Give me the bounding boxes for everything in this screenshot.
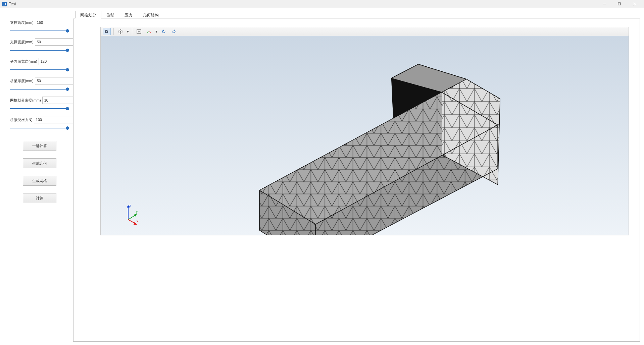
camera-icon[interactable]	[103, 28, 111, 35]
rotate-cw-icon[interactable]	[170, 28, 178, 35]
parameter-panel: 支撑高度(mm) 支撑宽度(mm) 受力面宽度(mm) 桥梁厚度(mm) 网格划…	[3, 11, 73, 342]
label-force-face-width: 受力面宽度(mm)	[10, 59, 37, 64]
label-mesh-density: 网格划分密度(mm)	[10, 98, 41, 103]
generate-geometry-button[interactable]: 生成几何	[23, 158, 56, 168]
view-toolbar: ▾ ▾	[100, 27, 629, 36]
tab-stress[interactable]: 应力	[119, 11, 138, 18]
svg-line-11	[149, 32, 151, 33]
svg-rect-6	[105, 30, 107, 31]
mesh-model	[101, 36, 629, 235]
title-bar: Test	[0, 0, 644, 8]
tab-bar: 网格划分 位移 应力 几何结构	[73, 10, 640, 18]
cube-icon[interactable]	[116, 28, 125, 35]
close-button[interactable]	[627, 0, 642, 8]
slider-support-width[interactable]	[10, 50, 69, 51]
3d-viewport[interactable]: z y x	[100, 36, 629, 235]
rotate-ccw-icon[interactable]	[160, 28, 168, 35]
fit-view-icon[interactable]	[135, 28, 143, 35]
svg-line-12	[147, 32, 149, 33]
maximize-button[interactable]	[612, 0, 627, 8]
slider-beam-thickness[interactable]	[10, 89, 69, 90]
axis-y-label: y	[136, 210, 138, 214]
axis-x-label: x	[137, 219, 138, 223]
slider-force-face-width[interactable]	[10, 69, 69, 70]
slider-bridge-force[interactable]	[10, 128, 69, 128]
label-support-height: 支撑高度(mm)	[10, 20, 34, 25]
window-title: Test	[9, 2, 16, 6]
tab-geometry[interactable]: 几何结构	[138, 11, 164, 18]
cube-dropdown-icon[interactable]: ▾	[127, 29, 129, 34]
rotate-axes-icon[interactable]	[145, 28, 153, 35]
label-bridge-force: 桥微受压力N)	[10, 117, 33, 122]
svg-point-5	[106, 31, 107, 33]
tab-displacement[interactable]: 位移	[101, 11, 119, 18]
slider-support-height[interactable]	[10, 31, 69, 31]
one-click-calc-button[interactable]: 一键计算	[23, 141, 56, 151]
slider-mesh-density[interactable]	[10, 108, 69, 109]
calculate-button[interactable]: 计算	[23, 193, 56, 203]
svg-rect-1	[618, 3, 621, 5]
minimize-button[interactable]	[597, 0, 612, 8]
app-icon	[2, 2, 7, 6]
generate-mesh-button[interactable]: 生成网格	[23, 176, 56, 186]
axis-triad: z y x	[121, 203, 145, 226]
viewport-panel: ▾ ▾	[73, 19, 640, 342]
tab-mesh[interactable]: 网格划分	[75, 11, 101, 18]
svg-line-15	[128, 215, 136, 220]
axes-dropdown-icon[interactable]: ▾	[155, 29, 158, 34]
axis-z-label: z	[129, 204, 131, 208]
label-support-width: 支撑宽度(mm)	[10, 40, 34, 45]
label-beam-thickness: 桥梁厚度(mm)	[10, 78, 34, 83]
